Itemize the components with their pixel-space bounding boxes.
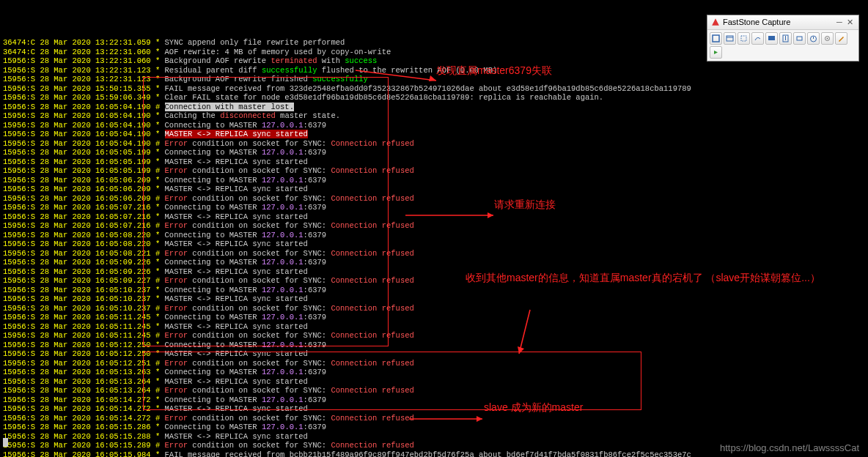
- log-line: 15956:S 28 Mar 2020 16:05:06.209 * MASTE…: [3, 185, 865, 194]
- faststone-toolbar: [707, 30, 858, 61]
- close-icon[interactable]: ✕: [845, 18, 855, 27]
- draw-button[interactable]: [835, 32, 847, 45]
- log-line: 15956:S 28 Mar 2020 16:05:11.245 # Error…: [3, 331, 865, 341]
- log-line: 15956:S 28 Mar 2020 16:05:13.264 # Error…: [3, 386, 865, 395]
- log-line: 15956:S 28 Mar 2020 16:05:07.216 * Conne…: [3, 203, 865, 212]
- log-line: 15956:S 28 Mar 2020 13:22:31.123 * Backg…: [3, 75, 865, 84]
- svg-rect-16: [797, 37, 802, 40]
- log-line: 15956:S 28 Mar 2020 16:05:07.216 * MASTE…: [3, 212, 865, 222]
- log-line: 15956:S 28 Mar 2020 16:05:04.190 * Cachi…: [3, 111, 865, 121]
- capture-window-button[interactable]: [724, 32, 736, 45]
- log-line: 15956:S 28 Mar 2020 16:05:14.272 # Error…: [3, 414, 865, 423]
- capture-fixed-button[interactable]: [793, 32, 806, 45]
- log-line: 15956:S 28 Mar 2020 16:05:08.221 # Error…: [3, 249, 865, 259]
- log-line: 15956:S 28 Mar 2020 16:05:14.272 * MASTE…: [3, 404, 865, 414]
- log-line: 15956:S 28 Mar 2020 15:50:15.355 * FAIL …: [3, 84, 865, 94]
- last-button[interactable]: [710, 46, 722, 59]
- capture-rect-button[interactable]: [738, 32, 750, 45]
- log-line: 15956:S 28 Mar 2020 16:05:12.250 * Conne…: [3, 341, 865, 350]
- log-line: 15956:S 28 Mar 2020 16:05:13.263 * Conne…: [3, 368, 865, 377]
- log-line: 15956:S 28 Mar 2020 16:05:08.220 * Conne…: [3, 231, 865, 240]
- log-line: 15956:S 28 Mar 2020 16:05:06.209 * Conne…: [3, 176, 865, 185]
- log-line: 15956:S 28 Mar 2020 16:05:04.190 * MASTE…: [3, 130, 865, 139]
- svg-rect-10: [727, 36, 733, 41]
- log-line: 15956:S 28 Mar 2020 16:05:11.245 * MASTE…: [3, 322, 865, 332]
- capture-full-button[interactable]: [765, 32, 778, 45]
- annotation-2: 请求重新连接: [494, 200, 556, 209]
- log-line: 15956:S 28 Mar 2020 16:05:06.209 # Error…: [3, 194, 865, 204]
- svg-point-20: [827, 37, 828, 39]
- log-line: 15956:S 28 Mar 2020 16:05:04.190 # Error…: [3, 139, 865, 149]
- log-line: 15956:S 28 Mar 2020 16:05:15.286 * Conne…: [3, 423, 865, 432]
- svg-rect-13: [768, 36, 775, 40]
- terminal-output: 36474:C 28 Mar 2020 13:22:31.059 * SYNC …: [0, 37, 868, 457]
- faststone-titlebar[interactable]: FastStone Capture ─ ✕: [707, 15, 858, 30]
- annotation-1: 发现直属master6379失联: [436, 66, 552, 75]
- log-line: 15956:S 28 Mar 2020 16:05:08.220 * MASTE…: [3, 239, 865, 249]
- log-line: 15956:S 28 Mar 2020 16:05:04.190 * Conne…: [3, 121, 865, 130]
- svg-marker-8: [712, 18, 719, 26]
- terminal-cursor: [3, 438, 8, 447]
- log-line: 15956:S 28 Mar 2020 16:05:10.237 * Conne…: [3, 286, 865, 295]
- log-line: 15956:S 28 Mar 2020 16:05:12.251 # Error…: [3, 359, 865, 368]
- capture-scroll-button[interactable]: [779, 32, 792, 45]
- capture-active-button[interactable]: [710, 32, 722, 45]
- log-line: 15956:S 28 Mar 2020 16:05:05.199 * Conne…: [3, 148, 865, 157]
- log-line: 15956:S 28 Mar 2020 13:22:31.123 * Resid…: [3, 66, 865, 75]
- annotation-4: slave 成为新的master: [484, 403, 583, 412]
- faststone-logo-icon: [711, 18, 720, 26]
- log-line: 15956:S 28 Mar 2020 16:05:10.237 * MASTE…: [3, 294, 865, 304]
- log-line: 15956:S 28 Mar 2020 16:05:11.245 * Conne…: [3, 313, 865, 322]
- log-line: 15956:S 28 Mar 2020 16:05:05.199 * MASTE…: [3, 157, 865, 167]
- watermark: https://blog.csdn.net/LawssssCat: [720, 444, 859, 453]
- capture-freehand-button[interactable]: [751, 32, 764, 45]
- log-line: 15956:S 28 Mar 2020 16:05:05.199 # Error…: [3, 166, 865, 176]
- svg-rect-12: [741, 36, 746, 41]
- faststone-capture-window[interactable]: FastStone Capture ─ ✕: [707, 15, 859, 62]
- log-line: 15956:S 28 Mar 2020 16:05:04.190 # Conne…: [3, 103, 865, 112]
- minimize-icon[interactable]: ─: [834, 18, 845, 27]
- log-line: 15956:S 28 Mar 2020 16:05:15.288 * MASTE…: [3, 432, 865, 442]
- log-line: 15956:S 28 Mar 2020 16:05:12.250 * MASTE…: [3, 349, 865, 359]
- log-line: 15956:S 28 Mar 2020 16:05:13.264 * MASTE…: [3, 377, 865, 387]
- annotation-3: 收到其他master的信息，知道直属master真的宕机了 （slave开始谋朝…: [466, 271, 820, 284]
- log-line: 15956:S 28 Mar 2020 16:05:09.226 * Conne…: [3, 258, 865, 267]
- svg-marker-21: [714, 51, 718, 54]
- settings-button[interactable]: [821, 32, 834, 45]
- log-line: 15956:S 28 Mar 2020 16:05:07.216 # Error…: [3, 221, 865, 231]
- log-line: 15956:S 28 Mar 2020 16:05:14.272 * Conne…: [3, 395, 865, 405]
- log-line: 15956:S 28 Mar 2020 15:59:06.349 * Clear…: [3, 93, 865, 103]
- log-line: 15956:S 28 Mar 2020 16:05:10.237 # Error…: [3, 304, 865, 313]
- faststone-title: FastStone Capture: [723, 18, 834, 27]
- svg-rect-9: [713, 35, 719, 42]
- timer-button[interactable]: [807, 32, 820, 45]
